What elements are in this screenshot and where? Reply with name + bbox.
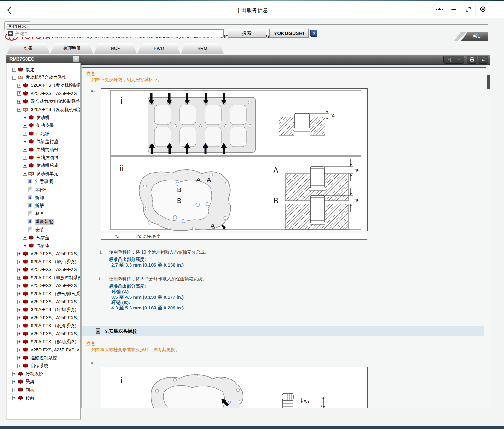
book-closed-icon	[28, 115, 34, 120]
tree-item[interactable]: +A25D-FXS、A25F-FXS、	[7, 314, 80, 322]
expand-icon[interactable]: +	[17, 300, 21, 304]
expand-all-button[interactable]: +	[443, 56, 454, 64]
expand-icon[interactable]: +	[23, 236, 27, 240]
tree-item[interactable]: +气缸体	[7, 242, 80, 250]
tree-item[interactable]: +S20A-FTS（排放控制系统	[7, 274, 80, 282]
expand-icon[interactable]: +	[17, 268, 21, 272]
tree-item[interactable]: +气缸盖衬垫	[7, 138, 80, 146]
expand-icon[interactable]: +	[12, 372, 16, 376]
expand-icon[interactable]: +	[17, 276, 21, 280]
tree-item[interactable]: −发动机单元	[7, 170, 80, 178]
expand-icon[interactable]: +	[23, 156, 27, 160]
expand-icon[interactable]: +	[17, 356, 21, 360]
tree-item[interactable]: +S20A-FTS （冷却系统）	[7, 306, 80, 314]
expand-icon[interactable]: +	[17, 292, 21, 296]
tree-item[interactable]: −S20A-FTS（发动机机械部	[7, 106, 80, 114]
more-button[interactable]	[432, 3, 447, 15]
tree-item[interactable]: +巡航控制系统	[7, 354, 80, 362]
tree-item[interactable]: +混合动力/蓄电池控制系统	[7, 98, 80, 106]
tree-item[interactable]: 拆卸	[7, 194, 80, 202]
expand-icon[interactable]: +	[12, 396, 16, 400]
return-button[interactable]	[478, 56, 488, 64]
tree-item[interactable]: +A25D-FXS, A25F-FXS, A	[7, 346, 80, 354]
expand-icon[interactable]: +	[17, 316, 21, 320]
tree-item[interactable]: +S20A-FTS （润滑系统）	[7, 322, 80, 330]
content-scrollbar-thumb[interactable]	[487, 75, 490, 89]
tree-item[interactable]: 拆解	[7, 202, 80, 210]
tree-item[interactable]: 零部件	[7, 186, 80, 194]
expand-icon[interactable]: +	[17, 284, 21, 288]
print-button[interactable]	[467, 56, 477, 64]
tree-item[interactable]: +制动	[7, 386, 80, 394]
minimize-button[interactable]	[447, 3, 461, 15]
tree-item[interactable]: +A25D-FXS、A25F-FXS、	[7, 266, 80, 274]
search-button[interactable]: 搜索	[228, 29, 266, 38]
collapse-icon[interactable]: −	[23, 172, 27, 176]
expand-icon[interactable]: +	[23, 140, 27, 144]
expand-icon[interactable]: +	[17, 91, 21, 96]
expand-icon[interactable]: +	[23, 124, 27, 128]
expand-icon[interactable]: +	[17, 84, 21, 88]
tree-item[interactable]: +发动机	[7, 114, 80, 121]
tree-item[interactable]: −发动机/混合动力系统	[7, 73, 80, 81]
tree-item[interactable]: +A25D-FXS、A25F-FXS、	[7, 250, 80, 258]
expand-icon[interactable]: +	[17, 100, 21, 104]
tree-item[interactable]: +A25D-FXS、A25F-FXS、	[7, 298, 80, 306]
tree-item[interactable]: +气缸盖	[7, 234, 80, 242]
expand-icon[interactable]: +	[23, 148, 27, 152]
tree-item[interactable]: +S20A-FTS （燃油系统）	[7, 258, 80, 266]
tab-results[interactable]: 结果	[7, 43, 50, 54]
expand-icon[interactable]: +	[23, 132, 27, 136]
fullscreen-button[interactable]	[461, 3, 476, 15]
tab-repair-manual[interactable]: 修理手册	[50, 43, 93, 54]
tree-item[interactable]: +S20A-FTS（发动机控制系	[7, 82, 80, 90]
collapse-icon[interactable]: −	[17, 108, 21, 112]
tree-item[interactable]: +传动皮带	[7, 122, 80, 130]
expand-icon[interactable]: +	[17, 340, 21, 344]
yokogushi-button[interactable]: YOKOGUSHI	[269, 29, 309, 38]
expand-icon[interactable]: +	[17, 332, 21, 336]
expand-icon[interactable]: +	[12, 380, 16, 384]
expand-icon[interactable]: +	[17, 308, 21, 312]
tree-item[interactable]: 安装	[7, 226, 80, 234]
tree-item[interactable]: +传动系统	[7, 370, 80, 378]
tab-ewd[interactable]: EWD	[137, 43, 180, 54]
close-tree-button[interactable]: ×	[73, 56, 79, 62]
expand-icon[interactable]: +	[23, 244, 27, 248]
tree-item[interactable]: +启停系统	[7, 362, 80, 370]
tree-item[interactable]: +A25D-FXS、A25F-FXS、	[7, 282, 80, 290]
expand-icon[interactable]: +	[17, 364, 21, 368]
tree-item[interactable]: +S20A-FTS （进气/排气系	[7, 290, 80, 298]
tree-item[interactable]: +曲轴后油封	[7, 154, 80, 162]
expand-icon[interactable]: +	[12, 68, 16, 72]
collapse-section-button[interactable]	[96, 328, 100, 334]
tree-item[interactable]: +转向	[7, 394, 80, 402]
tree-item[interactable]: 注意事项	[7, 178, 80, 185]
tree-item[interactable]: +A25D-FXS、A25F-FXS、	[7, 330, 80, 338]
tree-item[interactable]: +S20A-FTS （起动系统）	[7, 338, 80, 346]
tab-ncf[interactable]: NCF	[94, 43, 137, 54]
expand-icon[interactable]: +	[17, 252, 21, 256]
tree-item[interactable]: +概述	[7, 66, 80, 73]
expand-icon[interactable]: +	[17, 260, 21, 264]
expand-icon[interactable]: +	[12, 388, 16, 392]
back-home-button[interactable]: 返回首页	[4, 21, 30, 30]
tab-brm[interactable]: BRM	[181, 43, 224, 54]
search-help-button[interactable]: ?	[310, 30, 317, 37]
expand-icon[interactable]: +	[23, 164, 27, 168]
tree-item[interactable]: +曲轴前油封	[7, 146, 80, 154]
expand-icon[interactable]: +	[23, 116, 27, 120]
collapse-all-button[interactable]: −	[454, 56, 464, 64]
tree-item[interactable]: +悬架	[7, 378, 80, 386]
tree-item[interactable]: 重新装配	[7, 218, 80, 226]
search-input[interactable]	[13, 30, 223, 37]
expand-icon[interactable]: +	[17, 348, 21, 352]
tree-item[interactable]: 检查	[7, 210, 80, 218]
tree-item-label: 概述	[25, 67, 35, 73]
tree-item[interactable]: +发动机总成	[7, 162, 80, 170]
close-capsule-button[interactable]	[475, 3, 490, 15]
tree-item[interactable]: +A25D-FXS、A25F-FXS、	[7, 90, 80, 97]
collapse-icon[interactable]: −	[12, 76, 16, 80]
tree-item[interactable]: +凸轮轴	[7, 130, 80, 138]
expand-icon[interactable]: +	[17, 324, 21, 328]
